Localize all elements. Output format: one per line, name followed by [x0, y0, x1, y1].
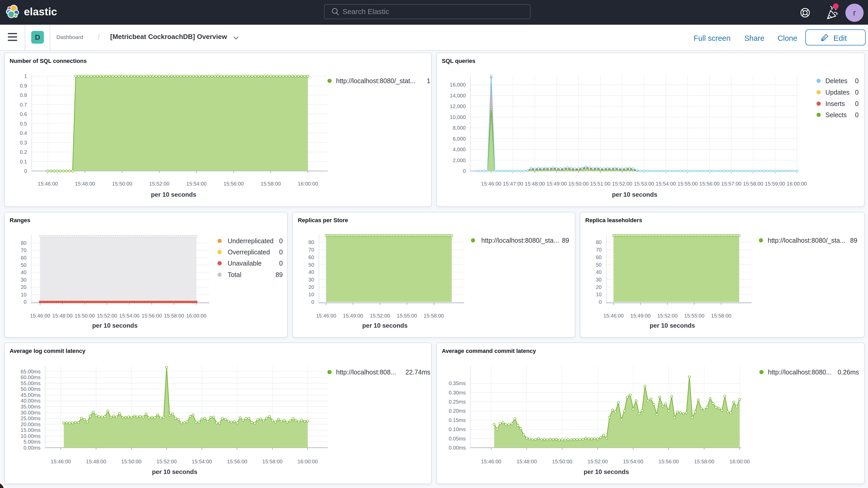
svg-text:0.00ms: 0.00ms: [23, 445, 40, 451]
svg-text:30: 30: [21, 277, 27, 283]
svg-text:Ranges: Ranges: [10, 217, 30, 223]
svg-text:15:51:00: 15:51:00: [590, 181, 611, 187]
svg-text:per 10 seconds: per 10 seconds: [612, 191, 657, 198]
svg-text:0.9: 0.9: [20, 83, 27, 89]
svg-text:15:48:00: 15:48:00: [75, 181, 95, 187]
svg-text:0.00ms: 0.00ms: [448, 445, 466, 451]
svg-text:4,000: 4,000: [453, 147, 466, 152]
svg-text:12,000: 12,000: [450, 103, 466, 109]
svg-text:70: 70: [596, 247, 601, 252]
svg-text:0.25ms: 0.25ms: [448, 399, 466, 404]
svg-text:40.00ms: 40.00ms: [21, 398, 40, 403]
svg-text:http://localhost:8080/_sta...: http://localhost:8080/_sta...: [768, 237, 845, 244]
svg-text:15:50:00: 15:50:00: [121, 459, 142, 464]
svg-text:0.05ms: 0.05ms: [448, 436, 466, 441]
svg-text:15:55:00: 15:55:00: [678, 181, 698, 187]
svg-text:0.26ms: 0.26ms: [838, 368, 859, 376]
svg-text:60: 60: [21, 255, 27, 261]
svg-text:15:48:00: 15:48:00: [517, 459, 537, 464]
svg-text:per 10 seconds: per 10 seconds: [92, 322, 138, 329]
svg-text:Selects: Selects: [826, 111, 847, 119]
svg-text:0.30ms: 0.30ms: [448, 390, 466, 396]
svg-text:10: 10: [308, 292, 314, 297]
svg-text:0: 0: [311, 299, 314, 305]
svg-text:40: 40: [596, 269, 601, 275]
svg-text:2,000: 2,000: [453, 157, 466, 163]
svg-text:15:54:00: 15:54:00: [192, 459, 212, 464]
svg-text:15:58:00: 15:58:00: [743, 181, 763, 187]
svg-text:15:46:00: 15:46:00: [481, 459, 501, 464]
svg-text:16:00:00: 16:00:00: [298, 459, 318, 464]
svg-text:0: 0: [855, 89, 859, 96]
svg-text:15:58:00: 15:58:00: [694, 459, 714, 464]
svg-text:65.00ms: 65.00ms: [21, 369, 40, 374]
svg-text:15:46:00: 15:46:00: [481, 181, 501, 187]
svg-text:25.00ms: 25.00ms: [21, 416, 40, 421]
svg-text:15:52:00: 15:52:00: [657, 313, 678, 318]
svg-text:16:00:00: 16:00:00: [787, 181, 807, 187]
svg-text:15:52:00: 15:52:00: [149, 181, 169, 187]
svg-text:15:52:00: 15:52:00: [612, 181, 632, 187]
svg-text:15:53:00: 15:53:00: [634, 181, 654, 187]
svg-text:40: 40: [21, 270, 27, 275]
svg-text:0: 0: [279, 260, 283, 267]
svg-text:http://localhost:8080/_sta...: http://localhost:8080/_sta...: [481, 237, 559, 244]
svg-text:Unavailable: Unavailable: [228, 260, 262, 267]
svg-text:per 10 seconds: per 10 seconds: [151, 191, 196, 198]
svg-text:0: 0: [855, 77, 859, 85]
svg-text:15:58:00: 15:58:00: [164, 313, 184, 318]
svg-text:15:54:00: 15:54:00: [119, 313, 140, 318]
svg-text:50: 50: [596, 262, 601, 268]
svg-text:Overreplicated: Overreplicated: [228, 248, 270, 256]
svg-text:15:56:00: 15:56:00: [223, 181, 244, 187]
svg-text:50: 50: [21, 262, 27, 268]
svg-text:0.20ms: 0.20ms: [448, 408, 466, 414]
svg-text:Total: Total: [228, 271, 241, 278]
svg-text:http://localhost:8080/_stat...: http://localhost:8080/_stat...: [336, 77, 415, 85]
svg-text:15:48:00: 15:48:00: [52, 313, 72, 318]
svg-text:15:52:00: 15:52:00: [370, 313, 390, 318]
svg-text:89: 89: [562, 237, 569, 244]
svg-text:15:58:00: 15:58:00: [424, 313, 444, 318]
svg-text:15:46:00: 15:46:00: [38, 181, 58, 187]
svg-text:30: 30: [308, 277, 314, 282]
svg-text:15:46:00: 15:46:00: [30, 313, 50, 318]
svg-text:Underreplicated: Underreplicated: [228, 237, 274, 245]
svg-text:per 10 seconds: per 10 seconds: [650, 322, 695, 329]
svg-text:http://localhost:808...: http://localhost:808...: [336, 368, 396, 376]
svg-text:0.6: 0.6: [20, 111, 27, 117]
svg-text:45.00ms: 45.00ms: [21, 392, 40, 398]
svg-text:0: 0: [279, 237, 283, 245]
svg-text:15:55:00: 15:55:00: [397, 313, 417, 318]
svg-text:16:00:00: 16:00:00: [730, 459, 750, 464]
svg-text:80: 80: [21, 240, 27, 246]
svg-text:0: 0: [855, 111, 859, 119]
svg-text:20: 20: [308, 284, 314, 290]
svg-text:1: 1: [427, 77, 430, 85]
svg-text:15:46:00: 15:46:00: [603, 313, 624, 318]
svg-text:15:55:00: 15:55:00: [684, 313, 705, 318]
svg-text:10: 10: [596, 292, 601, 297]
svg-text:15:49:00: 15:49:00: [630, 313, 651, 318]
svg-text:15:54:00: 15:54:00: [186, 181, 207, 187]
svg-text:0.5: 0.5: [20, 121, 27, 126]
svg-text:30.00ms: 30.00ms: [21, 410, 40, 416]
svg-text:Updates: Updates: [826, 89, 849, 96]
svg-text:0.8: 0.8: [20, 92, 27, 98]
svg-text:60: 60: [308, 254, 314, 260]
svg-text:0: 0: [279, 248, 283, 256]
svg-text:per 10 seconds: per 10 seconds: [584, 468, 629, 475]
svg-text:20.00ms: 20.00ms: [21, 422, 40, 427]
svg-text:0: 0: [855, 100, 859, 107]
svg-text:15:50:00: 15:50:00: [74, 313, 95, 318]
svg-text:15:52:00: 15:52:00: [588, 459, 608, 464]
svg-text:Replica leaseholders: Replica leaseholders: [585, 217, 642, 223]
svg-text:55.00ms: 55.00ms: [21, 380, 40, 386]
svg-text:50.00ms: 50.00ms: [21, 386, 40, 392]
svg-text:Inserts: Inserts: [826, 100, 845, 107]
svg-text:15:52:00: 15:52:00: [156, 459, 177, 464]
svg-text:89: 89: [850, 237, 857, 244]
svg-text:15:50:00: 15:50:00: [112, 181, 132, 187]
svg-text:15:46:00: 15:46:00: [51, 459, 71, 464]
svg-text:15:49:00: 15:49:00: [547, 181, 567, 187]
